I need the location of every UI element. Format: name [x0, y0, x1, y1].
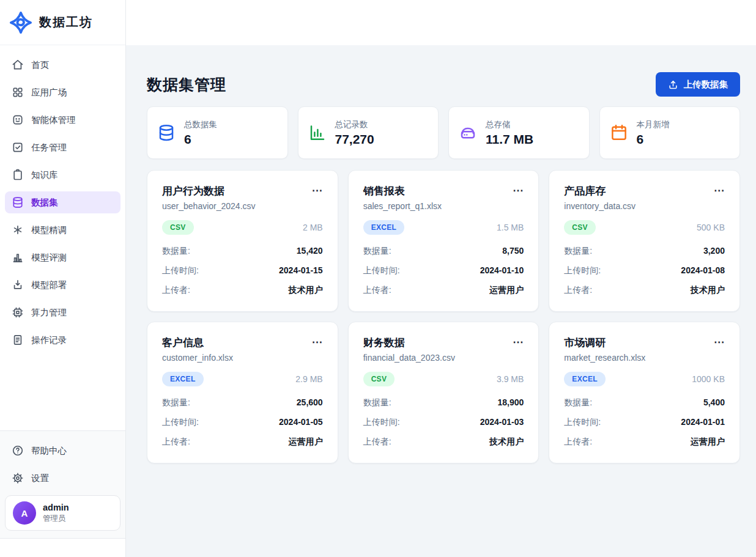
upload-dataset-button[interactable]: 上传数据集 — [656, 72, 741, 97]
sidebar-footer: 帮助中心 设置 A admin 管理员 — [0, 430, 125, 539]
more-menu-button[interactable]: ⋯ — [513, 336, 524, 349]
sidebar-item-bot[interactable]: 智能体管理 — [5, 109, 120, 131]
dataset-uploader-row: 上传者:运营用户 — [162, 432, 323, 452]
file-type-badge: EXCEL — [162, 372, 204, 386]
stat-value: 6 — [184, 132, 217, 147]
stat-card: 本月新增 6 — [599, 106, 741, 159]
file-type-badge: CSV — [363, 372, 395, 386]
app-title: 数据工坊 — [39, 14, 93, 31]
more-menu-button[interactable]: ⋯ — [714, 184, 725, 197]
stat-label: 总存储 — [486, 119, 533, 130]
book-icon — [12, 169, 24, 181]
dataset-title: 销售报表 — [363, 184, 405, 198]
calendar-icon — [610, 124, 628, 142]
dataset-filename: customer_info.xlsx — [162, 353, 323, 363]
dataset-uploader-row: 上传者:技术用户 — [564, 281, 725, 300]
page-header: 数据集管理 上传数据集 — [147, 72, 740, 97]
sidebar-item-book[interactable]: 知识库 — [5, 164, 120, 186]
sidebar-item-home[interactable]: 首页 — [5, 54, 120, 76]
sidebar-foot-strip — [0, 539, 125, 557]
sidebar-item-task[interactable]: 任务管理 — [5, 136, 120, 158]
sidebar-item-gear[interactable]: 设置 — [5, 467, 120, 489]
dataset-title: 客户信息 — [162, 336, 204, 350]
dataset-title: 财务数据 — [363, 336, 405, 350]
dataset-card[interactable]: 客户信息 ⋯ customer_info.xlsx EXCEL 2.9 MB 数… — [147, 322, 338, 463]
log-icon — [12, 334, 24, 346]
sidebar-item-help[interactable]: 帮助中心 — [5, 440, 120, 462]
dataset-time-row: 上传时间:2024-01-15 — [162, 261, 323, 281]
sidebar-item-label: 应用广场 — [31, 87, 67, 98]
stat-label: 本月新增 — [637, 119, 670, 130]
dataset-uploader-row: 上传者:运营用户 — [564, 432, 725, 452]
main-area: 数据集管理 上传数据集 总数据集 6 总记录数 77,270 总存储 11.7 … — [126, 0, 756, 557]
sidebar-item-cpu[interactable]: 算力管理 — [5, 301, 120, 323]
dataset-card[interactable]: 用户行为数据 ⋯ user_behavior_2024.csv CSV 2 MB… — [147, 170, 338, 312]
deploy-icon — [12, 279, 24, 291]
sidebar-footer-nav: 帮助中心 设置 — [5, 440, 120, 489]
dataset-time-row: 上传时间:2024-01-01 — [564, 413, 725, 432]
eval-icon — [12, 251, 24, 264]
file-type-badge: CSV — [162, 220, 194, 235]
dataset-title: 用户行为数据 — [162, 184, 224, 198]
storage-icon — [459, 124, 477, 142]
file-type-badge: CSV — [564, 220, 596, 235]
dataset-card[interactable]: 销售报表 ⋯ sales_report_q1.xlsx EXCEL 1.5 MB… — [348, 170, 539, 312]
dataset-count-row: 数据量:25,600 — [162, 393, 323, 413]
upload-button-label: 上传数据集 — [684, 79, 728, 90]
sidebar-item-label: 智能体管理 — [31, 114, 76, 126]
sidebar-item-label: 模型部署 — [31, 279, 67, 291]
more-menu-button[interactable]: ⋯ — [312, 336, 323, 349]
sidebar-item-tune[interactable]: 模型精调 — [5, 219, 120, 241]
sidebar-item-grid[interactable]: 应用广场 — [5, 81, 120, 103]
grid-icon — [12, 86, 24, 98]
dataset-filename: market_research.xlsx — [564, 353, 725, 363]
stat-label: 总记录数 — [335, 119, 374, 130]
brand: 数据工坊 — [0, 0, 125, 45]
dataset-time-row: 上传时间:2024-01-03 — [363, 413, 524, 432]
stat-value: 77,270 — [335, 132, 374, 147]
file-type-badge: EXCEL — [363, 220, 405, 235]
dataset-size: 1000 KB — [692, 374, 725, 384]
sidebar-spacer — [0, 351, 125, 430]
main-content: 数据集管理 上传数据集 总数据集 6 总记录数 77,270 总存储 11.7 … — [126, 45, 756, 476]
dataset-count-row: 数据量:8,750 — [363, 242, 524, 261]
user-name: admin — [43, 503, 69, 512]
dataset-title: 产品库存 — [564, 184, 606, 198]
sidebar-item-database[interactable]: 数据集 — [5, 191, 120, 213]
dataset-filename: inventory_data.csv — [564, 201, 725, 211]
dataset-uploader-row: 上传者:技术用户 — [162, 281, 323, 300]
tune-icon — [12, 224, 24, 236]
sidebar-item-deploy[interactable]: 模型部署 — [5, 274, 120, 296]
dataset-filename: user_behavior_2024.csv — [162, 201, 323, 211]
dataset-card[interactable]: 产品库存 ⋯ inventory_data.csv CSV 500 KB 数据量… — [549, 170, 740, 312]
dataset-card[interactable]: 市场调研 ⋯ market_research.xlsx EXCEL 1000 K… — [549, 322, 740, 463]
sidebar-item-label: 模型精调 — [31, 224, 67, 236]
stat-value: 11.7 MB — [486, 132, 533, 147]
dataset-card[interactable]: 财务数据 ⋯ financial_data_2023.csv CSV 3.9 M… — [348, 322, 539, 463]
dataset-count-row: 数据量:5,400 — [564, 393, 725, 413]
dataset-filename: sales_report_q1.xlsx — [363, 201, 524, 211]
dataset-count-row: 数据量:15,420 — [162, 242, 323, 261]
sidebar: 数据工坊 首页 应用广场 智能体管理 任务管理 知识库 数据集 模型精调 模型评… — [0, 0, 126, 557]
sidebar-item-label: 帮助中心 — [31, 445, 67, 457]
user-card[interactable]: A admin 管理员 — [5, 495, 120, 531]
dataset-time-row: 上传时间:2024-01-05 — [162, 413, 323, 432]
more-menu-button[interactable]: ⋯ — [312, 184, 323, 197]
stat-card: 总记录数 77,270 — [298, 106, 439, 159]
more-menu-button[interactable]: ⋯ — [513, 184, 524, 197]
more-menu-button[interactable]: ⋯ — [714, 336, 725, 349]
file-type-badge: EXCEL — [564, 372, 606, 386]
sidebar-item-log[interactable]: 操作记录 — [5, 329, 120, 351]
app-logo-icon — [9, 11, 32, 34]
sidebar-nav: 首页 应用广场 智能体管理 任务管理 知识库 数据集 模型精调 模型评测 模型部… — [0, 45, 125, 351]
stat-label: 总数据集 — [184, 119, 217, 130]
dataset-time-row: 上传时间:2024-01-08 — [564, 261, 725, 281]
dataset-size: 1.5 MB — [497, 223, 524, 232]
stat-card: 总存储 11.7 MB — [448, 106, 590, 159]
task-icon — [12, 141, 24, 153]
main-top-strip — [126, 0, 756, 45]
sidebar-item-eval[interactable]: 模型评测 — [5, 246, 120, 268]
dataset-uploader-row: 上传者:技术用户 — [363, 432, 524, 452]
database-icon — [157, 124, 176, 142]
dataset-filename: financial_data_2023.csv — [363, 353, 524, 363]
